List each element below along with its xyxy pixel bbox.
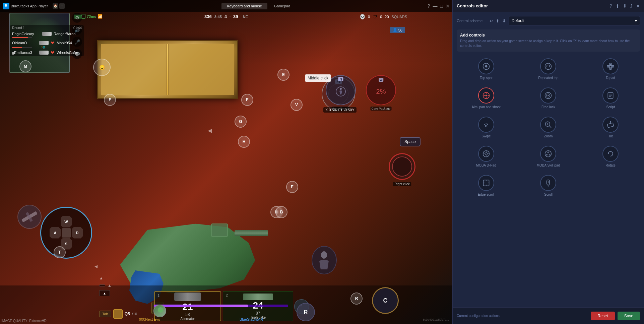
edge-scroll-label: Edge scroll (478, 193, 494, 197)
player-avatar (153, 305, 166, 317)
panel-header: Controls editor ? ⬆ ⬇ ⤴ ✕ (453, 0, 644, 12)
controls-scroll-area[interactable]: Control scheme ↩ ⬆ ⬇ Default ▾ Add contr… (453, 12, 644, 307)
control-zoom[interactable]: Zoom (519, 115, 578, 140)
control-repeated-tap[interactable]: Repeated tap (519, 56, 578, 82)
scheme-dropdown[interactable]: Default ▾ (509, 16, 640, 25)
tilt-label: Tilt (608, 134, 613, 138)
svg-marker-14 (608, 66, 609, 67)
control-tap-spot[interactable]: Tap spot (457, 56, 516, 82)
svg-point-44 (548, 151, 549, 153)
space-label: Space (404, 139, 416, 144)
control-scroll[interactable]: Scroll (519, 173, 578, 199)
quick-expand-up[interactable]: ▲ (107, 283, 112, 288)
panel-close-icon[interactable]: ✕ (636, 3, 640, 9)
scene-left-arrow[interactable]: ◀ (208, 127, 212, 134)
control-tilt[interactable]: Tilt (581, 115, 640, 140)
scroll-icon (540, 175, 556, 191)
control-dpad[interactable]: D-pad (581, 56, 640, 82)
emote-btn[interactable]: 😊 (93, 59, 111, 76)
person-action-btn[interactable] (312, 246, 337, 274)
panel-export-icon[interactable]: ⬇ (623, 3, 627, 9)
panel-help-icon[interactable]: ? (609, 3, 612, 9)
b-button-2[interactable]: B (275, 206, 287, 218)
panel-import-icon[interactable]: ⬆ (616, 3, 620, 9)
f-button-1[interactable]: F (104, 94, 116, 106)
score-row-2: OldVanO ❤ Mahir954 (10, 39, 84, 47)
c-btn[interactable]: C (372, 287, 399, 314)
controls-panel: Controls editor ? ⬆ ⬇ ⤴ ✕ Control scheme… (452, 0, 644, 324)
home-btn[interactable]: 🏠 (53, 3, 58, 9)
expand-icon: ▲ (103, 291, 106, 295)
moba-dpad-label: MOBA D-Pad (476, 164, 496, 168)
timer-display: 01:44 (73, 26, 82, 30)
control-script[interactable]: Script (581, 85, 640, 111)
control-moba-skill[interactable]: MOBA Skill pad (519, 144, 578, 170)
dpad-left[interactable]: A (50, 227, 61, 239)
e-button-1[interactable]: E (277, 69, 289, 81)
control-rotate[interactable]: Rotate (581, 144, 640, 170)
h-button[interactable]: H (238, 136, 250, 148)
quick-btn[interactable] (99, 284, 105, 286)
tab-gamepad[interactable]: Gamepad (269, 3, 296, 9)
panel-footer: Current configuration actions Reset Save (453, 307, 644, 324)
minimize-icon[interactable]: — (433, 3, 438, 9)
hp-bar-fill (154, 305, 248, 307)
hud-scores: 336 3:45 4 · 39 NE (204, 14, 248, 19)
f-button-2[interactable]: F (241, 94, 253, 106)
r-btn[interactable]: R (350, 293, 363, 305)
save-button[interactable]: Save (618, 312, 640, 320)
control-swipe[interactable]: Swipe (457, 115, 516, 140)
control-aim-pan-shoot[interactable]: Aim, pan and shoot (457, 85, 516, 111)
settings-icon[interactable]: ⚙ (72, 13, 82, 23)
scheme-icon-1[interactable]: ↩ (489, 18, 494, 24)
moba-skill-icon (540, 146, 556, 162)
svg-point-29 (485, 125, 487, 127)
m-button[interactable]: M (19, 60, 31, 72)
grenade-icon (113, 309, 123, 319)
restore-icon[interactable]: □ (440, 3, 443, 9)
control-edge-scroll[interactable]: Edge scroll (457, 173, 516, 199)
dpad[interactable]: W S A D (40, 207, 92, 259)
middle-click-label: Middle click (305, 74, 331, 82)
control-free-look[interactable]: Free lock (519, 85, 578, 111)
right-click-btn[interactable]: Right click (389, 153, 415, 180)
top-bar: B BlueStacks App Player 🏠 □ Keyboard and… (0, 0, 452, 12)
tab-keyboard-mouse[interactable]: Keyboard and mouse (221, 3, 267, 9)
ping-display: 73ms (87, 14, 96, 18)
script-label: Script (606, 105, 615, 109)
control-moba-dpad[interactable]: MOBA D-Pad (457, 144, 516, 170)
help-icon[interactable]: ? (428, 3, 430, 9)
svg-point-9 (545, 63, 552, 70)
svg-point-6 (158, 307, 163, 313)
scheme-icon-3[interactable]: ⬇ (502, 18, 507, 24)
tap-spot-icon (478, 58, 494, 74)
g-button[interactable]: G (235, 116, 247, 128)
partner-name-1: RangerBaron (54, 32, 82, 36)
svg-point-21 (485, 94, 487, 96)
e-button-2[interactable]: E (286, 181, 298, 193)
t-button[interactable]: T (54, 246, 66, 258)
svg-point-45 (546, 154, 548, 155)
close-icon[interactable]: ✕ (446, 3, 450, 9)
dpad-up[interactable]: W (61, 216, 72, 228)
edge-scroll-icon (478, 175, 494, 191)
care-package-btn[interactable]: Z 2% Care Package (366, 75, 396, 105)
v-button[interactable]: V (291, 99, 303, 111)
weapon-1-reserve: 58 (185, 312, 190, 317)
hud-icons-row: 💀 0 🛡 0 20 SQUADS 👤 56 (360, 14, 407, 19)
tab-btn[interactable]: Tab (99, 311, 111, 317)
add-tab-btn[interactable]: □ (59, 3, 65, 9)
swipe-icon (478, 117, 494, 133)
panel-share-icon[interactable]: ⤴ (630, 3, 633, 9)
player-icon: 👤 (393, 28, 397, 32)
ammo-slot-btn[interactable]: R (297, 303, 315, 321)
scheme-value: Default (512, 18, 524, 23)
slide-indicator: ◀ (94, 264, 98, 269)
dpad-right[interactable]: D (72, 227, 83, 239)
scheme-icon-2[interactable]: ⬆ (495, 18, 500, 24)
scheme-icons: ↩ ⬆ ⬇ (489, 18, 507, 24)
space-btn[interactable]: Space (400, 137, 421, 146)
expand-btn[interactable]: ▲ (99, 290, 110, 296)
svg-rect-25 (608, 92, 613, 98)
reset-button[interactable]: Reset (591, 312, 615, 320)
